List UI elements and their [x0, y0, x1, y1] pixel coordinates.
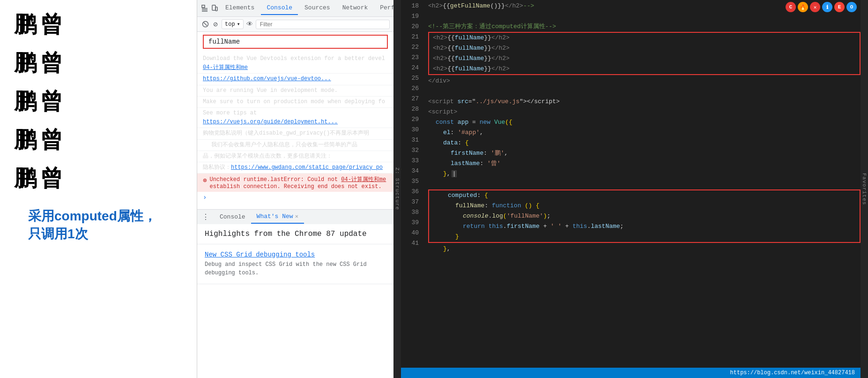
- console-line-5: See more tips at https://vuejs.org/guide…: [197, 108, 393, 128]
- code-line-41: },: [424, 244, 861, 254]
- code-line-35: [424, 179, 861, 189]
- whatsnew-item-title-1[interactable]: New CSS Grid debugging tools: [205, 251, 386, 258]
- line-num-26: 26: [401, 83, 419, 94]
- tab-menu-icon[interactable]: ⋮: [201, 212, 210, 222]
- disable-icon[interactable]: ⊘: [211, 20, 220, 29]
- char-peng-2: 鹏: [14, 48, 37, 78]
- char-zeng-1: 曾: [40, 9, 63, 39]
- device-icon[interactable]: [210, 4, 219, 13]
- line-num-33: 33: [401, 156, 419, 166]
- line-num-28: ▶28: [401, 104, 419, 114]
- code-line-21: <h2>{{fullName}}</h2>: [429, 33, 860, 43]
- code-line-23: <h2>{{fullName}}</h2>: [429, 53, 860, 64]
- expand-chevron[interactable]: ›: [197, 192, 393, 203]
- structure-label: Z: Structure: [393, 0, 401, 378]
- line-num-32: 32: [401, 145, 419, 156]
- tab-console[interactable]: Console: [261, 1, 298, 15]
- privacy-link[interactable]: https://www.gwdang.com/static_page/priva…: [231, 164, 383, 171]
- console-line-8: 品，例如记录某个模块点击次数，更多信息请关注：: [197, 151, 393, 162]
- char-peng-1: 鹏: [14, 9, 37, 39]
- line-num-22: 22: [401, 42, 419, 53]
- char-peng-4: 鹏: [14, 125, 37, 155]
- code-lines: <h2>{{getFullName()}}</h2>--> <!--第三种方案：…: [424, 0, 861, 368]
- bottom-tab-console[interactable]: Console: [214, 211, 251, 223]
- devtools-link-1[interactable]: 04-计算属性和me: [203, 64, 248, 71]
- code-line-37: fullName: function () {: [429, 201, 860, 211]
- char-peng-5: 鹏: [14, 163, 37, 193]
- line-num-39: 39: [401, 218, 419, 228]
- chrome-topbar: C 🔥 ✕ ℹ E O: [786, 2, 857, 12]
- line-num-24: 24: [401, 63, 419, 73]
- devtools-panel: Elements Console Sources Network Perfor.…: [197, 0, 393, 378]
- chinese-row-1: 鹏 曾: [14, 9, 183, 39]
- line-num-29: 29: [401, 114, 419, 125]
- line-num-36: 36: [401, 187, 419, 197]
- context-selector[interactable]: top ▾: [222, 19, 244, 29]
- vuejs-guide-link[interactable]: https://vuejs.org/guide/deployment.ht...: [203, 119, 338, 125]
- console-line-1: Download the Vue Devtools extension for …: [197, 53, 393, 74]
- eye-icon[interactable]: 👁: [245, 20, 254, 29]
- code-line-24: <h2>{{fullName}}</h2>: [429, 64, 860, 74]
- char-zeng-3: 曾: [40, 86, 63, 116]
- code-line-27: <script src="../js/vue.js"></script>: [424, 97, 861, 107]
- char-zeng-4: 曾: [40, 125, 63, 155]
- chrome-icon-4[interactable]: ℹ: [822, 2, 832, 12]
- chevron-down-icon: ▾: [237, 21, 240, 28]
- line-num-35: 35: [401, 176, 419, 187]
- tab-close-icon[interactable]: ✕: [295, 213, 298, 220]
- chrome-icon-6[interactable]: O: [846, 2, 857, 12]
- svg-rect-4: [212, 5, 215, 10]
- code-line-34: },|: [424, 169, 861, 179]
- clear-console-icon[interactable]: [201, 20, 209, 29]
- whatsnew-item-desc-1: Debug and inspect CSS Grid with the new …: [205, 260, 386, 277]
- line-num-38: 38: [401, 207, 419, 218]
- chrome-icon-1[interactable]: C: [786, 2, 796, 12]
- bottom-tab-bar: ⋮ Console What's New ✕: [197, 209, 393, 224]
- status-url: https://blog.csdn.net/weixin_44827418: [730, 370, 855, 376]
- context-value: top: [225, 21, 235, 28]
- char-zeng-2: 曾: [40, 48, 63, 78]
- chinese-row-5: 鹏 曾: [14, 163, 183, 193]
- computed-label: 采用computed属性，只调用1次: [28, 203, 169, 248]
- code-line-31: data: {: [424, 138, 861, 148]
- whatsnew-header: Highlights from the Chrome 87 update: [197, 224, 393, 244]
- code-line-39: return this.firstName + ' ' + this.lastN…: [429, 221, 860, 232]
- console-error: ⊗ Unchecked runtime.lastError: Could not…: [197, 174, 393, 192]
- svg-rect-0: [202, 5, 205, 8]
- tab-network[interactable]: Network: [337, 1, 374, 15]
- devtools-tab-bar: Elements Console Sources Network Perfor.…: [197, 0, 393, 17]
- chrome-icon-2[interactable]: 🔥: [798, 2, 808, 12]
- bottom-tab-whatsnew[interactable]: What's New ✕: [251, 210, 304, 224]
- code-line-20: <!--第三种方案：通过computed计算属性-->: [424, 22, 861, 32]
- char-peng-3: 鹏: [14, 86, 37, 116]
- code-line-33: lastName: '曾': [424, 159, 861, 169]
- browser-page: 鹏 曾 鹏 曾 鹏 曾 鹏 曾 鹏 曾 采用computed属性，只调用1次: [0, 0, 197, 378]
- chrome-icon-5[interactable]: E: [834, 2, 845, 12]
- svg-rect-5: [215, 7, 217, 11]
- tab-elements[interactable]: Elements: [220, 1, 260, 15]
- code-content: 18 19 20 21 22 23 24 25 26 27 ▶28 29 30 …: [401, 0, 861, 368]
- tab-sources[interactable]: Sources: [299, 1, 336, 15]
- code-line-19: [424, 11, 861, 22]
- code-line-40: }: [429, 232, 860, 242]
- chrome-icon-3[interactable]: ✕: [810, 2, 820, 12]
- code-line-32: firstName: '鹏',: [424, 148, 861, 159]
- line-num-21: 21: [401, 32, 419, 42]
- chinese-row-3: 鹏 曾: [14, 86, 183, 116]
- inspect-icon[interactable]: [201, 4, 209, 13]
- line-num-19: 19: [401, 11, 419, 22]
- fullname-input[interactable]: fullName: [208, 38, 240, 45]
- line-num-31: 31: [401, 135, 419, 145]
- error-icon: ⊗: [203, 176, 207, 184]
- console-line-3: You are running Vue in development mode.: [197, 85, 393, 97]
- status-bar: https://blog.csdn.net/weixin_44827418: [401, 368, 861, 378]
- chinese-row-2: 鹏 曾: [14, 48, 183, 78]
- filter-input[interactable]: [256, 20, 390, 29]
- code-line-22: <h2>{{fullName}}</h2>: [429, 43, 860, 53]
- page-content: 鹏 曾 鹏 曾 鹏 曾 鹏 曾 鹏 曾 采用computed属性，只调用1次: [0, 0, 197, 378]
- devtools-link-2[interactable]: https://github.com/vuejs/vue-devtoo...: [203, 76, 331, 82]
- line-numbers: 18 19 20 21 22 23 24 25 26 27 ▶28 29 30 …: [401, 0, 424, 368]
- code-line-25: </div>: [424, 76, 861, 86]
- devtools-icons: [201, 4, 219, 13]
- error-link[interactable]: 04-计算属性和me: [341, 176, 386, 183]
